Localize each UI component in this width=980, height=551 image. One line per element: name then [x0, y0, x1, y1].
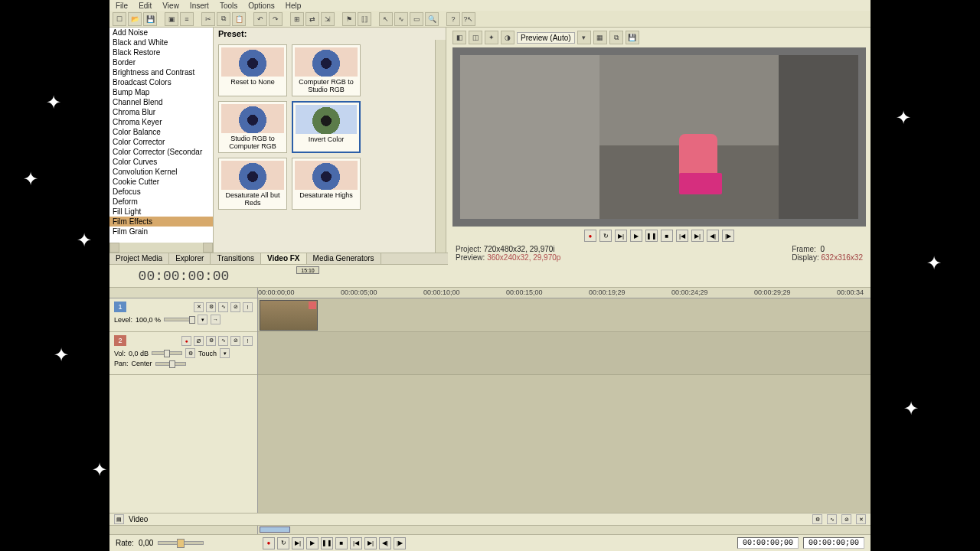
copy-icon[interactable]: ⧉ — [217, 12, 230, 26]
fx-list-item[interactable]: Chroma Blur — [109, 107, 213, 117]
prev-frame-icon[interactable]: ◀| — [379, 537, 391, 549]
stop-icon[interactable]: ■ — [335, 537, 348, 549]
track-fx-icon[interactable]: ⚙ — [206, 336, 216, 346]
prev-frame-icon[interactable]: ◀| — [707, 230, 719, 242]
new-icon[interactable]: ☐ — [113, 12, 126, 26]
preset-item[interactable]: Computer RGB to Studio RGB — [292, 44, 361, 96]
menu-edit[interactable]: Edit — [139, 2, 152, 10]
scroll-right-icon[interactable] — [203, 243, 213, 253]
fx-list-item[interactable]: Deform — [109, 197, 213, 207]
fx-list-item[interactable]: Brightness and Contrast — [109, 67, 213, 77]
chevron-down-icon[interactable]: ▾ — [220, 348, 230, 358]
next-frame-icon[interactable]: |▶ — [722, 230, 734, 242]
fx-list-item[interactable]: Cookie Cutter — [109, 177, 213, 187]
loop-region[interactable]: 15:10 — [296, 266, 319, 274]
dock-tab[interactable]: Explorer — [169, 253, 211, 264]
go-end-icon[interactable]: ▶| — [691, 230, 704, 242]
save-icon[interactable]: 💾 — [143, 12, 157, 26]
level-slider[interactable] — [164, 318, 194, 321]
pv-grid-icon[interactable]: ▦ — [593, 31, 607, 44]
touch-dropdown[interactable]: Touch — [198, 350, 217, 357]
pv-split-icon[interactable]: ◫ — [469, 31, 482, 44]
preview-canvas[interactable] — [452, 47, 866, 227]
time-ruler[interactable]: 00:00:00;0000:00:05;0000:00:10;0000:00:1… — [258, 288, 871, 298]
track-fx-icon[interactable]: ⚙ — [206, 302, 216, 312]
record-icon[interactable]: ● — [584, 230, 596, 242]
pan-slider[interactable] — [155, 362, 186, 366]
menu-view[interactable]: View — [162, 2, 179, 10]
preset-scrollbar[interactable] — [435, 40, 446, 253]
fx-list-item[interactable]: Bump Map — [109, 87, 213, 97]
fx-list-item[interactable]: Chroma Keyer — [109, 117, 213, 127]
bus-fx-icon[interactable]: ⚙ — [812, 514, 822, 524]
fx-list-item[interactable]: Black Restore — [109, 47, 213, 57]
fx-list-item[interactable]: Defocus — [109, 187, 213, 197]
region-icon[interactable]: ⟦⟧ — [358, 12, 371, 26]
fx-list-item[interactable]: Film Effects — [109, 217, 213, 227]
pause-icon[interactable]: ❚❚ — [645, 230, 658, 242]
preset-item[interactable]: Desaturate All but Reds — [218, 158, 287, 210]
track-content-area[interactable] — [258, 298, 871, 513]
fx-list-item[interactable]: Color Corrector — [109, 137, 213, 147]
automation-icon[interactable]: ∿ — [218, 336, 228, 346]
timeline-hscroll[interactable] — [109, 525, 871, 534]
rate-slider[interactable] — [158, 541, 204, 545]
fx-list-item[interactable]: Black and White — [109, 37, 213, 47]
selection-timecode[interactable]: 00:00:00;00 — [803, 537, 864, 549]
pv-fx-icon[interactable]: ✦ — [485, 31, 498, 44]
vol-gear-icon[interactable]: ⚙ — [185, 348, 195, 358]
pv-save-icon[interactable]: 💾 — [626, 31, 639, 44]
video-track-lane[interactable] — [258, 298, 871, 332]
go-start-icon[interactable]: |◀ — [676, 230, 688, 242]
dock-tab[interactable]: Project Media — [109, 253, 169, 264]
cut-icon[interactable]: ✂ — [201, 12, 215, 26]
video-clip[interactable] — [260, 300, 318, 331]
dock-tab[interactable]: Video FX — [261, 253, 307, 264]
paste-icon[interactable]: 📋 — [232, 12, 246, 26]
arm-record-icon[interactable]: ● — [181, 336, 191, 346]
stop-icon[interactable]: ■ — [661, 230, 673, 242]
fx-list-item[interactable]: Add Noise — [109, 28, 213, 37]
whatsthis-icon[interactable]: ?↖ — [462, 12, 475, 26]
play-start-icon[interactable]: ▶| — [292, 537, 304, 549]
scroll-left-icon[interactable] — [109, 243, 119, 253]
autocrossfade-icon[interactable]: ⇲ — [321, 12, 335, 26]
tool-zoom-icon[interactable]: 🔍 — [425, 12, 439, 26]
solo-icon[interactable]: ! — [243, 336, 253, 346]
fx-list-item[interactable]: Color Curves — [109, 157, 213, 167]
open-icon[interactable]: 📂 — [128, 12, 142, 26]
fx-list-item[interactable]: Film Grain — [109, 227, 213, 236]
audio-track-lane[interactable] — [258, 332, 871, 375]
tool-normal-icon[interactable]: ↖ — [379, 12, 393, 26]
dock-tab[interactable]: Media Generators — [307, 253, 381, 264]
autoripple-icon[interactable]: ⇄ — [305, 12, 319, 26]
marker-icon[interactable]: ⚑ — [342, 12, 356, 26]
menu-insert[interactable]: Insert — [190, 2, 209, 10]
pause-icon[interactable]: ❚❚ — [321, 537, 333, 549]
marker-bar[interactable]: 15:10 — [258, 265, 871, 287]
pv-overlay-icon[interactable]: ◑ — [501, 31, 514, 44]
fx-list[interactable]: Add NoiseBlack and WhiteBlack RestoreBor… — [109, 28, 213, 243]
compositing-icon[interactable]: ▾ — [198, 315, 207, 324]
audio-track-header[interactable]: 2 ● Ø ⚙ ∿ ⊘ ! Vol: 0,0 dB ⚙ Touc — [109, 332, 257, 375]
fx-list-item[interactable]: Color Corrector (Secondar — [109, 147, 213, 157]
bypass-fx-icon[interactable]: ✕ — [194, 302, 204, 312]
scroll-thumb[interactable] — [260, 527, 290, 533]
parent-icon[interactable]: → — [211, 315, 220, 324]
snap-icon[interactable]: ⊞ — [290, 12, 304, 26]
pv-extern-icon[interactable]: ◧ — [452, 31, 466, 44]
go-start-icon[interactable]: |◀ — [350, 537, 362, 549]
render-icon[interactable]: ▣ — [165, 12, 178, 26]
preset-item[interactable]: Invert Color — [292, 101, 361, 153]
video-track-header[interactable]: 1 ✕ ⚙ ∿ ⊘ ! Level: 100,0 % ▾ → — [109, 298, 257, 332]
play-icon[interactable]: ▶ — [630, 230, 642, 242]
fx-list-item[interactable]: Convolution Kernel — [109, 167, 213, 177]
dock-tab[interactable]: Transitions — [211, 253, 261, 264]
automation-icon[interactable]: ∿ — [218, 302, 228, 312]
fx-list-item[interactable]: Channel Blend — [109, 97, 213, 107]
bus-bypass-icon[interactable]: ✕ — [856, 514, 866, 524]
preset-item[interactable]: Studio RGB to Computer RGB — [218, 101, 287, 153]
loop-icon[interactable]: ↻ — [277, 537, 289, 549]
fx-list-item[interactable]: Border — [109, 57, 213, 67]
menu-options[interactable]: Options — [248, 2, 274, 10]
